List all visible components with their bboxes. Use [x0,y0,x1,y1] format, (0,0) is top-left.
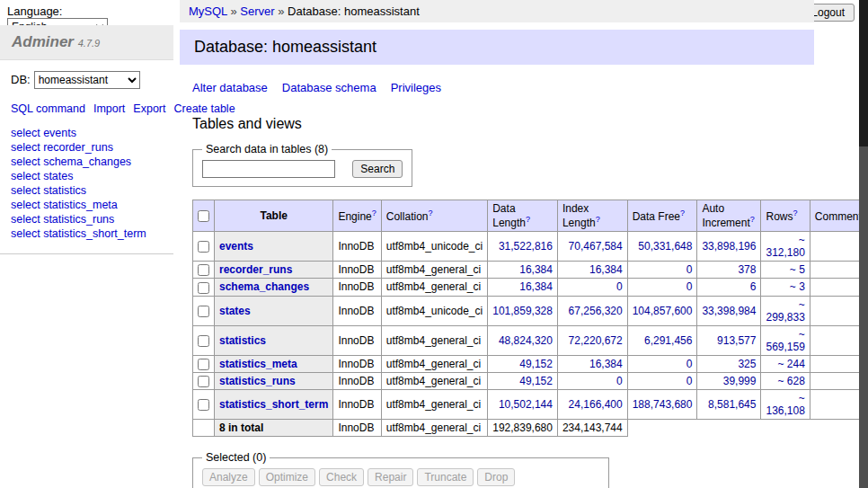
column-header-data-free: Data Free? [627,200,697,232]
auto-increment-cell: 913,577 [697,325,761,355]
help-link[interactable]: ? [372,209,376,217]
sidebar-action-link-sql-command[interactable]: SQL command [11,102,85,115]
analyze-button[interactable]: Analyze [202,468,255,486]
table-name-cell: statistics_short_term [215,390,333,420]
rows-count-cell: ~ 136,108 [761,390,810,420]
table-name-link[interactable]: states [219,305,251,317]
db-nav-link-alter-database[interactable]: Alter database [192,81,268,94]
total-index-length-cell: 234,143,744 [557,420,627,437]
selected-legend: Selected (0) [202,451,270,464]
table-name-link[interactable]: statistics_runs [219,375,296,387]
engine-cell: InnoDB [333,325,381,355]
index-length-cell: 0 [557,372,627,389]
index-length-cell: 72,220,672 [557,325,627,355]
total-collation-cell: utf8mb4_general_ci [381,420,487,437]
db-nav-link-database-schema[interactable]: Database schema [282,81,376,94]
scrollbar-thumb[interactable] [859,0,868,146]
collation-cell: utf8mb4_general_ci [381,262,487,279]
help-link[interactable]: ? [526,215,530,224]
row-checkbox[interactable] [198,282,209,294]
table-name-cell: statistics [215,325,333,355]
tables-table: TableEngine?Collation?Data Length?Index … [192,200,868,437]
data-free-cell: 0 [627,262,697,279]
help-link[interactable]: ? [428,209,432,217]
row-checkbox[interactable] [198,264,209,276]
breadcrumb-link[interactable]: MySQL [189,4,227,18]
row-checkbox[interactable] [198,241,209,253]
sidebar-table-link[interactable]: select schema_changes [11,155,131,168]
sidebar-table-link[interactable]: select events [11,127,76,139]
table-list-item: select states [11,169,163,183]
row-checkbox-cell [193,296,215,325]
search-legend: Search data in tables (8) [202,143,332,155]
table-name-link[interactable]: schema_changes [219,280,309,293]
total-checkbox-cell [193,420,215,437]
select-all-checkbox[interactable] [198,210,209,222]
search-input[interactable] [202,160,335,178]
table-list-item: select recorder_runs [11,140,163,155]
data-free-cell: 0 [627,355,697,372]
auto-increment-cell: 39,999 [697,372,761,389]
table-name-link[interactable]: statistics_short_term [219,398,328,411]
data-length-cell: 101,859,328 [488,296,558,325]
sidebar-table-link[interactable]: select states [11,170,73,182]
db-nav-link-privileges[interactable]: Privileges [391,81,441,94]
sidebar-action-link-export[interactable]: Export [133,102,165,115]
help-link[interactable]: ? [750,215,755,224]
total-engine-cell: InnoDB [333,420,381,437]
auto-increment-cell: 33,898,196 [697,232,761,262]
sidebar-table-link[interactable]: select recorder_runs [11,141,113,154]
help-link[interactable]: ? [793,209,797,217]
index-length-cell: 16,384 [557,262,627,279]
breadcrumb-link[interactable]: Server [240,4,274,18]
sidebar: Adminer 4.7.9 DB:homeassistant SQL comma… [0,25,173,254]
table-name-cell: states [215,296,333,325]
repair-button[interactable]: Repair [368,468,413,486]
total-label-cell: 8 in total [215,420,333,437]
table-name-link[interactable]: events [219,240,253,253]
engine-cell: InnoDB [333,372,381,389]
table-list-item: select statistics_meta [11,198,163,212]
total-row: 8 in totalInnoDButf8mb4_general_ci192,83… [193,420,868,437]
header-row: TableEngine?Collation?Data Length?Index … [193,200,868,232]
engine-cell: InnoDB [333,355,381,372]
scrollbar[interactable] [859,0,868,488]
help-link[interactable]: ? [596,215,600,224]
sidebar-table-link[interactable]: select statistics_short_term [11,227,146,240]
row-checkbox-cell [193,390,215,420]
data-free-cell: 6,291,456 [627,325,697,355]
optimize-button[interactable]: Optimize [259,468,315,486]
row-checkbox[interactable] [198,359,209,370]
table-name-link[interactable]: statistics_meta [219,358,297,370]
row-checkbox[interactable] [198,306,209,317]
row-checkbox[interactable] [198,376,209,387]
data-length-cell: 31,522,816 [488,232,558,262]
auto-increment-cell: 378 [697,262,761,279]
app-title: Adminer 4.7.9 [0,25,173,60]
table-name-link[interactable]: statistics [219,334,266,347]
sidebar-table-link[interactable]: select statistics_meta [11,199,118,211]
column-header-rows: Rows? [761,200,810,232]
table-name-link[interactable]: recorder_runs [219,263,292,276]
search-button[interactable]: Search [352,160,403,178]
row-checkbox-cell [193,262,215,279]
column-header-label: Collation [386,210,429,223]
help-link[interactable]: ? [680,209,685,217]
index-length-cell: 16,384 [557,355,627,372]
sidebar-table-link[interactable]: select statistics [11,184,86,197]
data-length-cell: 16,384 [488,262,558,279]
truncate-button[interactable]: Truncate [417,468,474,486]
row-checkbox[interactable] [198,335,209,347]
db-nav-links: Alter databaseDatabase schemaPrivileges [192,81,802,94]
db-select[interactable]: homeassistant [34,71,140,89]
sidebar-table-link[interactable]: select statistics_runs [11,213,114,226]
row-checkbox-cell [193,372,215,389]
drop-button[interactable]: Drop [477,468,515,486]
select-all-cell [193,200,215,232]
engine-cell: InnoDB [333,262,381,279]
row-checkbox[interactable] [198,399,209,411]
check-button[interactable]: Check [319,468,364,486]
sidebar-action-link-import[interactable]: Import [93,102,125,115]
breadcrumb-separator: » [227,4,240,18]
breadcrumb: MySQL » Server » Database: homeassistant [180,0,814,22]
